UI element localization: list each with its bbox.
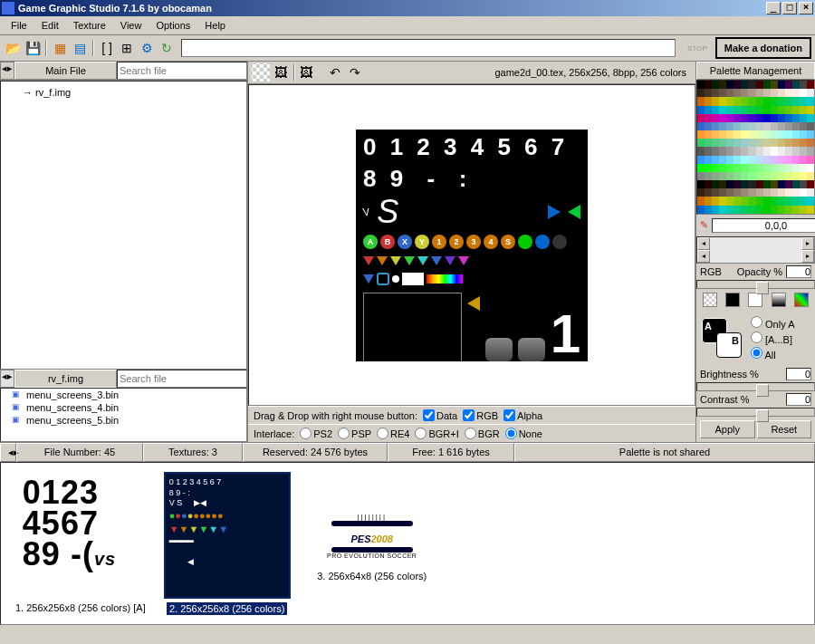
file-tree[interactable]: rv_f.img — [0, 81, 247, 370]
grid-icon[interactable]: ▦ — [51, 39, 69, 57]
main-toolbar: 📂 💾 ▦ ▤ [ ] ⊞ ⚙ ↻ STOP Make a donation — [0, 35, 815, 62]
sub-current-file[interactable]: rv_f.img — [14, 370, 117, 388]
ab-selector[interactable]: A B — [702, 318, 742, 358]
texture-preview: 0 1 2 3 4 5 6 7 8 9 - : VS A B X Y 1 2 3… — [356, 130, 588, 361]
apply-button[interactable]: Apply — [700, 420, 755, 438]
menu-edit[interactable]: Edit — [34, 18, 66, 33]
gear-icon[interactable]: ⚙ — [138, 39, 156, 57]
donate-button[interactable]: Make a donation — [715, 37, 811, 59]
status-reserved: Reserved: 24 576 bytes — [243, 443, 388, 462]
interlace-options: Interlace: PS2 PSP RE4 BGR+I BGR None — [248, 424, 695, 442]
scroll-left-down[interactable]: ◂ — [697, 250, 710, 263]
thumb-label: 3. 256x64x8 (256 colors) — [317, 571, 427, 582]
brightness-label: Brightness % — [700, 369, 782, 380]
status-palette: Palette is not shared — [514, 443, 815, 462]
save-icon[interactable]: 💾 — [24, 39, 42, 57]
thumb-label: 2. 256x256x8 (256 colors) — [167, 602, 287, 615]
color-value-input[interactable] — [712, 218, 815, 233]
redo-icon[interactable]: ↷ — [346, 63, 364, 82]
palette-grid[interactable] — [696, 80, 815, 215]
minimize-button[interactable]: _ — [766, 2, 781, 14]
status-textures: Textures: 3 — [143, 443, 243, 462]
transparency-icon[interactable] — [252, 63, 270, 82]
stop-button[interactable]: STOP — [681, 42, 714, 55]
scroll-right-up[interactable]: ▸ — [801, 237, 814, 250]
tool-icon[interactable]: ⊞ — [118, 39, 136, 57]
radio-re4[interactable]: RE4 — [377, 428, 409, 439]
contrast-slider[interactable] — [696, 408, 815, 417]
brightness-slider[interactable] — [696, 382, 815, 391]
checkbox-alpha[interactable]: Alpha — [503, 409, 542, 421]
drag-options: Drag & Drop with right mouse button: Dat… — [248, 406, 695, 424]
status-spin[interactable]: ◂▸ — [0, 443, 16, 462]
list-item[interactable]: menu_screens_3.bin — [1, 389, 246, 401]
table-icon[interactable]: ▤ — [71, 39, 89, 57]
color-preview — [710, 237, 801, 263]
swatch-gray[interactable] — [772, 293, 786, 307]
brightness-input[interactable] — [786, 368, 811, 380]
thumbnail-1[interactable]: 0123 4567 89 -(vs 1. 256x256x8 (256 colo… — [15, 472, 146, 615]
center-panel: 🖼 🖼 ↶ ↷ game2d_00.tex, 256x256, 8bpp, 25… — [248, 62, 695, 442]
sub-spin[interactable]: ◂▸ — [0, 370, 14, 388]
swatch-rainbow[interactable] — [794, 293, 809, 307]
menu-help[interactable]: Help — [197, 18, 233, 33]
menu-options[interactable]: Options — [149, 18, 197, 33]
menu-texture[interactable]: Texture — [66, 18, 113, 33]
radio-all[interactable]: All — [751, 347, 794, 360]
bracket-icon[interactable]: [ ] — [98, 39, 116, 57]
drag-label: Drag & Drop with right mouse button: — [254, 410, 417, 421]
scroll-left-up[interactable]: ◂ — [697, 237, 710, 250]
opacity-label: Opacity % — [737, 266, 782, 277]
contrast-label: Contrast % — [700, 394, 782, 405]
swatch-white[interactable] — [748, 293, 762, 307]
texture-canvas[interactable]: 0 1 2 3 4 5 6 7 8 9 - : VS A B X Y 1 2 3… — [248, 84, 695, 406]
open-icon[interactable]: 📂 — [4, 39, 22, 57]
radio-ps2[interactable]: PS2 — [300, 428, 332, 439]
left-panel: ◂▸ Main File rv_f.img ◂▸ rv_f.img menu_s… — [0, 62, 248, 442]
image-icon[interactable]: 🖼 — [272, 63, 290, 82]
titlebar: Game Graphic Studio 7.1.6 by obocaman _ … — [0, 0, 815, 16]
swatch-transparent[interactable] — [703, 293, 717, 307]
right-panel: Palette Management ✎ ✎ ◂◂ ▸▸ RGB Opacity… — [695, 62, 815, 442]
radio-bgri[interactable]: BGR+I — [415, 428, 458, 439]
checkbox-data[interactable]: Data — [423, 409, 457, 421]
radio-none[interactable]: None — [505, 428, 542, 439]
thumbnail-2[interactable]: 0 1 2 3 4 5 6 78 9 - :V S ▶◀ ●●●●●●●●● ▼… — [164, 472, 291, 615]
eyedropper-a-icon[interactable]: ✎ — [700, 219, 708, 231]
menu-file[interactable]: File — [4, 18, 34, 33]
opacity-input[interactable] — [786, 265, 811, 278]
radio-bgr[interactable]: BGR — [465, 428, 500, 439]
tree-item[interactable]: rv_f.img — [5, 85, 243, 100]
scroll-right-down[interactable]: ▸ — [801, 250, 814, 263]
thumb-label: 1. 256x256x8 (256 colors) [A] — [15, 602, 146, 613]
maximize-button[interactable]: □ — [782, 2, 797, 14]
sub-file-list[interactable]: menu_screens_3.bin menu_screens_4.bin me… — [0, 388, 247, 442]
app-icon — [2, 2, 14, 14]
sub-search-input[interactable] — [117, 370, 247, 388]
radio-psp[interactable]: PSP — [338, 428, 371, 439]
palette-header: Palette Management — [696, 62, 815, 80]
interlace-label: Interlace: — [254, 428, 294, 439]
spin-control[interactable]: ◂▸ — [0, 62, 14, 80]
thumbnail-3[interactable]: |||||||| PES2008 PRO EVOLUTION SOCCER 3.… — [309, 472, 436, 615]
status-file-number: File Number: 45 — [16, 443, 143, 462]
address-input[interactable] — [181, 39, 676, 57]
texture-info: game2d_00.tex, 256x256, 8bpp, 256 colors — [366, 67, 692, 78]
menu-view[interactable]: View — [113, 18, 149, 33]
checkbox-rgb[interactable]: RGB — [463, 409, 498, 421]
contrast-input[interactable] — [786, 393, 811, 406]
list-item[interactable]: menu_screens_5.bin — [1, 414, 246, 427]
window-title: Game Graphic Studio 7.1.6 by obocaman — [18, 3, 764, 14]
main-file-header[interactable]: Main File — [14, 62, 117, 80]
radio-a-b[interactable]: [A...B] — [751, 332, 794, 345]
swatch-black[interactable] — [725, 293, 740, 307]
undo-icon[interactable]: ↶ — [326, 63, 344, 82]
image2-icon[interactable]: 🖼 — [297, 63, 315, 82]
refresh-icon[interactable]: ↻ — [158, 39, 176, 57]
list-item[interactable]: menu_screens_4.bin — [1, 401, 246, 414]
reset-button[interactable]: Reset — [757, 420, 812, 438]
close-button[interactable]: × — [799, 2, 813, 14]
opacity-slider[interactable] — [696, 280, 815, 289]
radio-only-a[interactable]: Only A — [751, 316, 794, 330]
search-file-input[interactable] — [117, 62, 247, 80]
